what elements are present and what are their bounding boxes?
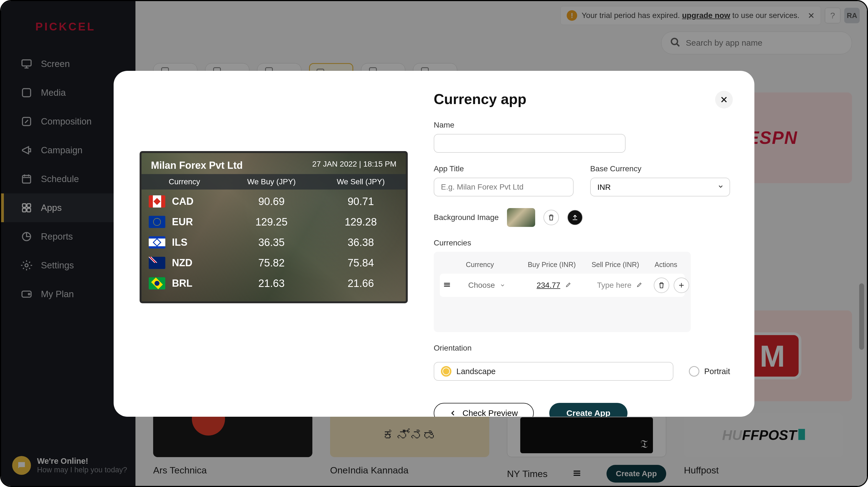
- sell-value: 90.71: [316, 196, 406, 207]
- radio-portrait[interactable]: Portrait: [689, 366, 730, 377]
- currencies-header: Currency Buy Price (INR) Sell Price (INR…: [440, 258, 685, 274]
- currency-code: EUR: [172, 216, 193, 228]
- flag-brl-icon: [149, 277, 165, 289]
- preview-row: EUR129.25129.28: [142, 212, 406, 232]
- hdr-currency: Currency: [142, 177, 227, 186]
- buy-value: 21.63: [227, 278, 316, 289]
- drag-handle-icon[interactable]: [442, 280, 452, 290]
- radio-landscape[interactable]: Landscape: [434, 362, 673, 381]
- col-currency: Currency: [440, 261, 520, 269]
- buy-value: 75.82: [227, 257, 316, 269]
- preview-row: ILS36.3536.38: [142, 233, 406, 252]
- hdr-sell: We Sell (JPY): [316, 177, 406, 186]
- radio-icon: [689, 366, 700, 377]
- check-preview-button[interactable]: Check Preview: [434, 403, 534, 417]
- buy-value: 90.69: [227, 196, 316, 207]
- col-buy: Buy Price (INR): [520, 261, 584, 269]
- col-sell: Sell Price (INR): [584, 261, 647, 269]
- create-app-button[interactable]: Create App: [549, 403, 627, 417]
- preview-date: 27 JAN 2022 | 18:15 PM: [312, 160, 396, 171]
- flag-ils-icon: [149, 236, 165, 249]
- currency-code: NZD: [172, 257, 192, 269]
- flag-cad-icon: [149, 195, 165, 207]
- sell-value: 75.84: [316, 257, 406, 269]
- upload-bgimg-button[interactable]: [567, 210, 583, 225]
- currency-code: CAD: [172, 196, 193, 207]
- name-input[interactable]: [434, 134, 626, 153]
- buy-value[interactable]: 234.77: [536, 281, 560, 290]
- currency-row: Choose 234.77 Type here: [440, 274, 685, 297]
- currency-select[interactable]: Choose: [454, 281, 520, 290]
- radio-icon: [441, 366, 452, 377]
- apptitle-label: App Title: [434, 164, 574, 173]
- flag-nzd-icon: [149, 257, 165, 269]
- sell-value: 21.66: [316, 278, 406, 289]
- apptitle-input[interactable]: [434, 178, 574, 197]
- edit-icon[interactable]: [565, 282, 571, 289]
- preview-header: Currency We Buy (JPY) We Sell (JPY): [142, 174, 406, 190]
- add-row-button[interactable]: [674, 278, 689, 293]
- currency-preview: Milan Forex Pvt Ltd 27 JAN 2022 | 18:15 …: [140, 151, 408, 303]
- modal-overlay: Milan Forex Pvt Ltd 27 JAN 2022 | 18:15 …: [1, 1, 867, 486]
- currency-code: ILS: [172, 236, 187, 248]
- hdr-buy: We Buy (JPY): [227, 177, 316, 186]
- sell-value: 129.28: [316, 216, 406, 228]
- btn-label: Check Preview: [462, 408, 518, 417]
- currency-app-modal: Milan Forex Pvt Ltd 27 JAN 2022 | 18:15 …: [114, 71, 754, 417]
- basecurr-label: Base Currency: [590, 164, 730, 173]
- basecurr-select[interactable]: INR: [590, 178, 730, 197]
- delete-row-button[interactable]: [654, 278, 669, 293]
- choose-label: Choose: [468, 281, 495, 290]
- radio-label: Landscape: [456, 367, 496, 376]
- buy-value: 129.25: [227, 216, 316, 228]
- preview-row: BRL21.6321.66: [142, 274, 406, 293]
- name-label: Name: [434, 121, 730, 130]
- close-button[interactable]: [715, 91, 733, 109]
- preview-row: CAD90.6990.71: [142, 192, 406, 211]
- sell-placeholder[interactable]: Type here: [597, 281, 632, 290]
- sell-price: Type here: [588, 281, 652, 290]
- flag-eur-icon: [149, 216, 165, 228]
- preview-title: Milan Forex Pvt Ltd: [151, 160, 243, 171]
- orientation-label: Orientation: [434, 344, 730, 352]
- buy-value: 36.35: [227, 236, 316, 249]
- bgimg-thumb[interactable]: [507, 208, 535, 227]
- chevron-down-icon: [717, 183, 724, 191]
- bgimg-label: Background Image: [434, 213, 499, 222]
- modal-preview-pane: Milan Forex Pvt Ltd 27 JAN 2022 | 18:15 …: [114, 71, 434, 417]
- currency-code: BRL: [172, 278, 192, 289]
- radio-label: Portrait: [704, 367, 730, 376]
- currencies-panel: Currency Buy Price (INR) Sell Price (INR…: [434, 252, 691, 332]
- edit-icon[interactable]: [637, 282, 643, 289]
- modal-title: Currency app: [434, 91, 730, 107]
- preview-row: NZD75.8275.84: [142, 253, 406, 273]
- modal-form-pane: Currency app Name App Title Base Currenc…: [434, 71, 754, 417]
- delete-bgimg-button[interactable]: [544, 210, 559, 225]
- sell-value: 36.38: [316, 236, 406, 249]
- col-actions: Actions: [647, 261, 685, 269]
- buy-price: 234.77: [522, 281, 586, 290]
- preview-rows: CAD90.6990.71 EUR129.25129.28 ILS36.3536…: [142, 190, 406, 295]
- orientation-group: Landscape Portrait: [434, 362, 730, 381]
- currencies-label: Currencies: [434, 238, 730, 247]
